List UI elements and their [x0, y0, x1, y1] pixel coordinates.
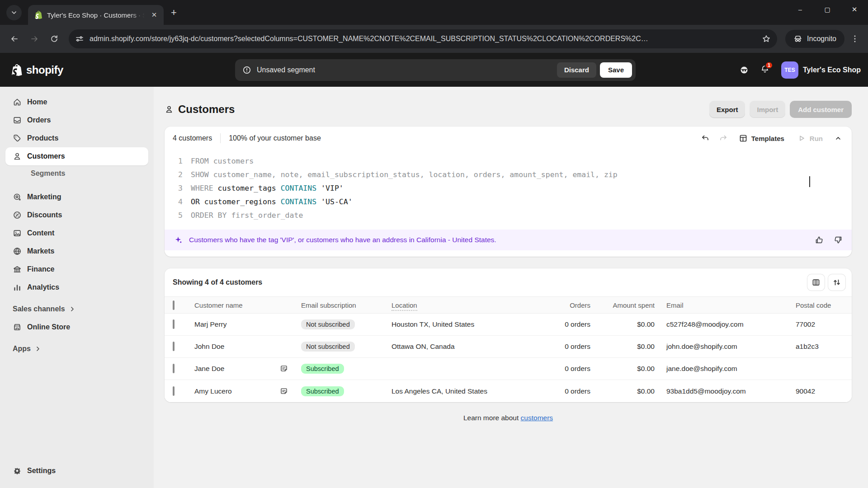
sidebar-item-settings[interactable]: Settings [5, 462, 148, 480]
column-header-amount-spent[interactable]: Amount spent [602, 301, 666, 309]
unsaved-segment-label: Unsaved segment [257, 66, 557, 74]
column-header-location[interactable]: Location [392, 301, 544, 309]
thumbs-up-icon[interactable] [815, 235, 824, 244]
customer-name[interactable]: Marj Perry [194, 320, 226, 328]
store-menu-button[interactable]: TES Tyler's Eco Shop [781, 61, 861, 79]
shopify-logo[interactable]: shopify [11, 63, 63, 77]
query-line-1[interactable]: 1FROM customers [171, 155, 844, 168]
row-checkbox[interactable] [173, 342, 175, 351]
column-header-customer-name[interactable]: Customer name [194, 301, 301, 309]
incognito-avatar-icon [740, 66, 749, 75]
window-close-button[interactable]: ✕ [841, 0, 868, 19]
sort-button[interactable] [828, 274, 845, 291]
tab-search-button[interactable] [6, 5, 22, 20]
import-button[interactable]: Import [750, 101, 785, 118]
export-button[interactable]: Export [709, 101, 745, 118]
sidebar-item-products[interactable]: Products [5, 129, 148, 147]
add-customer-button[interactable]: Add customer [790, 101, 852, 118]
window-minimize-button[interactable]: – [787, 0, 814, 19]
site-info-icon[interactable] [75, 34, 84, 43]
shopify-topbar: shopify Unsaved segment Discard Save 1 T… [0, 53, 868, 87]
thumbs-down-icon[interactable] [834, 235, 843, 244]
line-number: 3 [171, 182, 183, 195]
customer-location: Houston TX, United States [392, 320, 544, 328]
run-button[interactable]: Run [792, 130, 828, 146]
column-header-email-subscription[interactable]: Email subscription [301, 301, 392, 309]
line-number: 4 [171, 195, 183, 209]
row-checkbox[interactable] [173, 319, 175, 329]
page-title: Customers [178, 103, 235, 116]
subscription-badge: Subscribed [301, 364, 344, 374]
column-header-postal-code[interactable]: Postal code [796, 301, 844, 309]
sidebar-item-segments[interactable]: Segments [5, 165, 148, 182]
forward-button[interactable] [26, 31, 42, 47]
redo-button[interactable] [715, 130, 731, 146]
store-name: Tyler's Eco Shop [803, 66, 861, 74]
sidebar-item-marketing[interactable]: Marketing [5, 188, 148, 206]
topbar-right: 1 TES Tyler's Eco Shop [740, 61, 861, 79]
query-line-2[interactable]: 2SHOW customer_name, note, email_subscri… [171, 168, 844, 182]
address-bar[interactable]: admin.shopify.com/store/jy63jq-dc/custom… [69, 29, 777, 48]
browser-menu-button[interactable] [848, 34, 862, 43]
table-row[interactable]: John DoeNot subscribedOttawa ON, Canada0… [165, 336, 852, 358]
table-row[interactable]: Amy LuceroSubscribedLos Angeles CA, Unit… [165, 380, 852, 402]
row-checkbox[interactable] [173, 386, 175, 396]
select-all-checkbox[interactable] [173, 300, 175, 310]
customer-name[interactable]: John Doe [194, 343, 224, 351]
customer-email: jane.doe@shopify.com [666, 365, 796, 373]
undo-button[interactable] [697, 130, 713, 146]
browser-tab[interactable]: Tyler's Eco Shop · Customers · S ✕ [28, 5, 164, 25]
table-row[interactable]: Marj PerryNot subscribedHouston TX, Unit… [165, 314, 852, 336]
sidebar-item-customers[interactable]: Customers [5, 147, 148, 165]
query-line-3[interactable]: 3WHERE customer_tags CONTAINS 'VIP' [171, 182, 844, 195]
save-button[interactable]: Save [600, 62, 632, 78]
sidebar-item-label: Markets [27, 247, 54, 255]
sidebar-item-markets[interactable]: Markets [5, 242, 148, 260]
table-summary: Showing 4 of 4 customers [173, 278, 262, 286]
collapse-editor-button[interactable] [830, 130, 846, 146]
subscription-badge: Subscribed [301, 386, 344, 396]
reload-button[interactable] [46, 31, 62, 47]
sidebar-item-content[interactable]: Content [5, 224, 148, 242]
window-maximize-button[interactable]: ▢ [814, 0, 841, 19]
row-checkbox[interactable] [173, 364, 175, 373]
segment-editor-header: 4 customers 100% of your customer base T… [165, 127, 852, 150]
play-icon [797, 134, 806, 143]
sidebar-section-apps[interactable]: Apps [5, 336, 148, 358]
sidebar-item-label: Products [27, 134, 58, 142]
sidebar-item-online-store[interactable]: Online Store [5, 318, 148, 336]
online-store-label: Online Store [27, 323, 70, 331]
sidebar-section-sales-channels[interactable]: Sales channels [5, 296, 148, 318]
query-line-text: WHERE customer_tags CONTAINS 'VIP' [191, 182, 344, 195]
sidebar-item-home[interactable]: Home [5, 93, 148, 111]
query-line-4[interactable]: 4OR customer_regions CONTAINS 'US-CA' [171, 195, 844, 209]
browser-tab-strip: Tyler's Eco Shop · Customers · S ✕ + – ▢… [0, 0, 868, 25]
templates-button[interactable]: Templates [733, 130, 790, 146]
sidebar-item-label: Marketing [27, 193, 61, 201]
segment-query-editor[interactable]: 1FROM customers2SHOW customer_name, note… [165, 150, 852, 230]
sidebar-item-label: Discounts [27, 211, 62, 219]
query-line-5[interactable]: 5ORDER BY first_order_date [171, 209, 844, 222]
sidebar-item-orders[interactable]: Orders [5, 111, 148, 129]
customers-help-link[interactable]: customers [521, 414, 553, 422]
sidebar-item-label: Home [27, 98, 47, 106]
new-tab-button[interactable]: + [171, 7, 177, 19]
bookmark-star-icon[interactable] [762, 34, 771, 43]
discard-button[interactable]: Discard [557, 62, 596, 78]
sidebar-item-analytics[interactable]: Analytics [5, 278, 148, 296]
tab-close-button[interactable]: ✕ [149, 10, 159, 20]
customer-orders: 0 orders [544, 343, 602, 351]
sidebar-item-finance[interactable]: Finance [5, 260, 148, 278]
sidebar-item-discounts[interactable]: Discounts [5, 206, 148, 224]
customer-name[interactable]: Amy Lucero [194, 387, 232, 395]
columns-icon [811, 278, 821, 287]
column-header-orders[interactable]: Orders [544, 301, 602, 309]
customer-name[interactable]: Jane Doe [194, 365, 224, 373]
edit-columns-button[interactable] [807, 274, 825, 291]
notifications-button[interactable]: 1 [760, 65, 769, 75]
customer-postal-code: 90042 [796, 387, 844, 395]
column-header-email[interactable]: Email [666, 301, 796, 309]
divider [220, 133, 221, 143]
back-button[interactable] [6, 31, 23, 47]
table-row[interactable]: Jane DoeSubscribed0 orders$0.00jane.doe@… [165, 358, 852, 380]
